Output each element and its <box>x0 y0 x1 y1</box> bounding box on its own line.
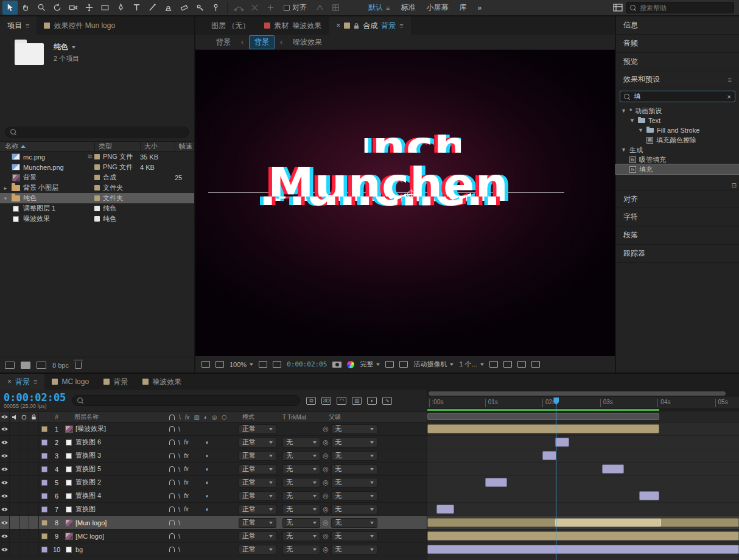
layer-duration-bar[interactable] <box>427 531 739 541</box>
comp-flowchart-icon[interactable] <box>531 361 540 368</box>
layer-duration-bar[interactable] <box>427 424 659 433</box>
audio-toggle[interactable] <box>10 422 19 436</box>
parent-pickwhip-icon[interactable]: ◎ <box>320 438 331 446</box>
pan-behind-tool[interactable] <box>82 1 97 15</box>
blend-mode-select[interactable]: 正常 <box>239 451 276 461</box>
tree-item-generate[interactable]: ▼ 生成 <box>616 145 739 155</box>
project-item-row[interactable]: 噪波效果 纯色 <box>0 214 194 224</box>
blend-mode-select[interactable]: 正常 <box>239 478 276 488</box>
timeline-graph-row[interactable] <box>427 503 739 516</box>
layer-duration-bar[interactable] <box>602 464 624 474</box>
roto-brush-tool[interactable] <box>192 1 208 15</box>
layer-switches[interactable]: \fx◐ <box>166 546 239 553</box>
column-switches[interactable]: \fx▥◐◎⬡ <box>166 414 239 421</box>
panel-tracker[interactable]: 跟踪器 <box>616 245 739 263</box>
column-layer-name[interactable]: 图层名称 <box>74 413 166 421</box>
twirl-expanded-icon[interactable]: ▼ <box>629 117 635 124</box>
parent-pickwhip-icon[interactable]: ◎ <box>320 519 331 527</box>
layer-switches[interactable]: \fx◐ <box>166 506 239 513</box>
layer-name[interactable]: [Mun logo] <box>74 519 166 527</box>
label-color-chip[interactable] <box>41 533 47 539</box>
project-item-row[interactable]: ▾纯色 文件夹 <box>0 193 194 203</box>
shy-icon[interactable] <box>169 493 175 499</box>
lock-toggle[interactable] <box>29 530 39 543</box>
breadcrumb-item[interactable]: 背景 <box>211 36 236 49</box>
close-icon[interactable]: × <box>336 21 340 30</box>
motion-blur-icon[interactable]: ◐ <box>206 506 209 513</box>
panel-align[interactable]: 对齐 <box>616 190 739 208</box>
quality-icon[interactable]: \ <box>178 546 180 553</box>
workspace-menu-icon[interactable]: ≡ <box>386 4 390 12</box>
label-color-chip[interactable] <box>94 195 100 201</box>
shy-icon[interactable] <box>169 453 175 458</box>
parent-pickwhip-icon[interactable]: ◎ <box>320 492 331 500</box>
fx-icon[interactable]: fx <box>184 466 189 472</box>
twirl-expanded-icon[interactable]: ▼ <box>638 127 643 133</box>
trash-icon[interactable] <box>75 362 82 369</box>
layer-switches[interactable]: \fx◐ <box>166 479 239 486</box>
layer-duration-bar[interactable] <box>639 491 659 500</box>
timeline-graph-row[interactable] <box>427 543 739 556</box>
quality-icon[interactable]: \ <box>178 479 180 486</box>
view-layout-select[interactable]: 1 个... <box>459 360 483 369</box>
parent-select[interactable]: 无 <box>331 451 377 461</box>
timeline-layer-row[interactable]: 6置换图 4\fx◐正常无◎无 <box>0 489 427 503</box>
project-item-row[interactable]: 调整图层 1 纯色 <box>0 203 194 214</box>
blend-mode-select[interactable]: 正常 <box>239 464 276 474</box>
label-color-chip[interactable] <box>41 426 47 432</box>
timeline-layer-row[interactable]: 10bg\fx◐正常无◎无 <box>0 543 427 556</box>
parent-pickwhip-icon[interactable]: ◎ <box>320 465 331 473</box>
parent-pickwhip-icon[interactable]: ◎ <box>320 545 331 553</box>
parent-select[interactable]: 无 <box>331 491 377 501</box>
breadcrumb-item[interactable]: 噪波效果 <box>288 36 327 49</box>
parent-select[interactable]: 无 <box>331 478 377 488</box>
lock-toggle[interactable] <box>29 436 39 449</box>
parent-pickwhip-icon[interactable]: ◎ <box>320 478 331 486</box>
quality-icon[interactable]: \ <box>178 506 180 513</box>
magnification-icon[interactable] <box>215 361 224 368</box>
tab-project[interactable]: 项目≡ <box>0 16 37 35</box>
breadcrumb-item-active[interactable]: 背景 <box>249 35 275 49</box>
motion-blur-icon[interactable]: ◐ <box>206 439 209 446</box>
parent-pickwhip-icon[interactable]: ◎ <box>320 452 331 460</box>
blend-mode-select[interactable]: 正常 <box>239 545 276 555</box>
lock-toggle[interactable] <box>29 543 39 556</box>
draft-3d-icon[interactable]: 3D <box>321 397 331 405</box>
brush-tool[interactable] <box>145 1 160 15</box>
twirl-expanded-icon[interactable]: ▼ <box>621 108 626 114</box>
timeline-graph-row[interactable] <box>427 436 739 449</box>
quality-icon[interactable]: \ <box>178 519 180 527</box>
new-composition-icon[interactable] <box>37 362 46 369</box>
trkmat-select[interactable]: 无 <box>282 491 320 501</box>
parent-select[interactable]: 无 <box>331 531 377 541</box>
eye-icon[interactable] <box>0 449 10 463</box>
layer-switches[interactable]: \fx◐ <box>166 533 239 540</box>
playhead[interactable] <box>556 398 556 560</box>
label-color-chip[interactable] <box>94 175 100 180</box>
audio-toggle[interactable] <box>10 543 19 556</box>
motion-blur-icon[interactable]: ◐ <box>206 452 209 459</box>
zoom-tool[interactable] <box>34 1 49 15</box>
project-item-row[interactable]: ▸背景 小图层 文件夹 <box>0 183 194 193</box>
blend-mode-select[interactable]: 正常 <box>239 491 276 501</box>
twirl-expanded-icon[interactable]: ▼ <box>621 147 626 153</box>
tab-layer-viewer[interactable]: 图层 （无） <box>204 16 257 35</box>
shy-icon[interactable] <box>169 506 175 512</box>
label-color-chip[interactable] <box>41 493 47 499</box>
audio-toggle[interactable] <box>10 476 19 489</box>
motion-blur-icon[interactable]: ◐ <box>206 479 209 486</box>
tab-composition-viewer[interactable]: × 合成 背景 ≡ <box>329 16 410 35</box>
layer-name[interactable]: 置换图 3 <box>74 451 166 460</box>
project-item-row[interactable]: 背景 合成 25 <box>0 172 194 183</box>
column-layer-number[interactable]: # <box>50 414 63 421</box>
label-color-chip[interactable] <box>94 164 100 170</box>
always-preview-icon[interactable] <box>201 361 210 368</box>
quality-icon[interactable]: \ <box>178 533 180 540</box>
close-icon[interactable]: × <box>7 377 12 386</box>
effects-search-input[interactable] <box>634 93 713 100</box>
panel-info[interactable]: 信息 <box>616 16 739 35</box>
project-item-row[interactable]: mc.png⧉ PNG 文件 35 KB <box>0 152 194 162</box>
panel-audio[interactable]: 音频 <box>616 35 739 53</box>
trkmat-select[interactable]: 无 <box>282 531 320 541</box>
tree-item-animation-presets[interactable]: ▼ * 动画预设 <box>616 106 739 116</box>
